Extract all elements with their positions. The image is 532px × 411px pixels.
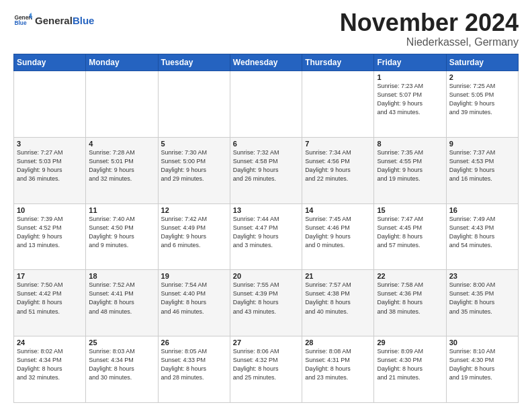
table-row: 14Sunrise: 7:45 AM Sunset: 4:46 PM Dayli… [302,203,374,270]
day-info: Sunrise: 7:57 AM Sunset: 4:38 PM Dayligh… [305,281,371,316]
day-info: Sunrise: 7:30 AM Sunset: 5:00 PM Dayligh… [161,148,227,183]
day-info: Sunrise: 7:49 AM Sunset: 4:43 PM Dayligh… [449,215,515,250]
day-number: 9 [449,140,515,148]
table-row [14,71,86,138]
day-number: 26 [161,338,227,347]
day-number: 28 [305,338,371,347]
day-number: 8 [377,140,443,148]
day-info: Sunrise: 7:42 AM Sunset: 4:49 PM Dayligh… [161,215,227,250]
day-number: 2 [449,73,515,81]
table-row: 27Sunrise: 8:06 AM Sunset: 4:32 PM Dayli… [230,336,302,403]
day-info: Sunrise: 7:55 AM Sunset: 4:39 PM Dayligh… [233,281,299,316]
table-row: 20Sunrise: 7:55 AM Sunset: 4:39 PM Dayli… [230,270,302,336]
day-number: 14 [305,206,371,214]
header-wednesday: Wednesday [230,54,302,71]
day-info: Sunrise: 8:09 AM Sunset: 4:30 PM Dayligh… [377,347,443,382]
table-row: 12Sunrise: 7:42 AM Sunset: 4:49 PM Dayli… [158,203,230,270]
header-saturday: Saturday [446,54,518,71]
day-number: 30 [449,338,515,347]
table-row: 1Sunrise: 7:23 AM Sunset: 5:07 PM Daylig… [374,71,446,138]
day-number: 12 [161,206,227,214]
table-row: 22Sunrise: 7:58 AM Sunset: 4:36 PM Dayli… [374,270,446,336]
weekday-header-row: Sunday Monday Tuesday Wednesday Thursday… [14,54,519,71]
day-info: Sunrise: 7:39 AM Sunset: 4:52 PM Dayligh… [17,215,83,250]
day-number: 21 [305,272,371,280]
table-row: 6Sunrise: 7:32 AM Sunset: 4:58 PM Daylig… [230,137,302,203]
day-info: Sunrise: 7:52 AM Sunset: 4:41 PM Dayligh… [89,281,154,316]
day-number: 10 [17,206,83,214]
svg-text:Blue: Blue [14,19,26,26]
day-info: Sunrise: 7:27 AM Sunset: 5:03 PM Dayligh… [17,148,83,183]
day-info: Sunrise: 7:35 AM Sunset: 4:55 PM Dayligh… [377,148,443,183]
table-row: 23Sunrise: 8:00 AM Sunset: 4:35 PM Dayli… [446,270,518,336]
table-row: 7Sunrise: 7:34 AM Sunset: 4:56 PM Daylig… [302,137,374,203]
table-row: 26Sunrise: 8:05 AM Sunset: 4:33 PM Dayli… [158,336,230,403]
table-row: 3Sunrise: 7:27 AM Sunset: 5:03 PM Daylig… [14,137,86,203]
day-number: 20 [233,272,299,280]
table-row: 24Sunrise: 8:02 AM Sunset: 4:34 PM Dayli… [14,336,86,403]
location-title: Niederkassel, Germany [340,36,519,48]
day-number: 3 [17,140,83,148]
day-info: Sunrise: 7:25 AM Sunset: 5:05 PM Dayligh… [449,82,515,117]
day-number: 6 [233,140,299,148]
day-info: Sunrise: 7:50 AM Sunset: 4:42 PM Dayligh… [17,281,83,316]
day-number: 16 [449,206,515,214]
table-row: 9Sunrise: 7:37 AM Sunset: 4:53 PM Daylig… [446,137,518,203]
calendar-week-3: 17Sunrise: 7:50 AM Sunset: 4:42 PM Dayli… [14,270,519,336]
day-info: Sunrise: 7:44 AM Sunset: 4:47 PM Dayligh… [233,215,299,250]
table-row [158,71,230,138]
day-info: Sunrise: 7:45 AM Sunset: 4:46 PM Dayligh… [305,215,371,250]
table-row: 28Sunrise: 8:08 AM Sunset: 4:31 PM Dayli… [302,336,374,403]
table-row: 30Sunrise: 8:10 AM Sunset: 4:30 PM Dayli… [446,336,518,403]
calendar-week-1: 3Sunrise: 7:27 AM Sunset: 5:03 PM Daylig… [14,137,519,203]
day-number: 29 [377,338,443,347]
table-row: 4Sunrise: 7:28 AM Sunset: 5:01 PM Daylig… [86,137,158,203]
day-info: Sunrise: 7:23 AM Sunset: 5:07 PM Dayligh… [377,82,443,117]
table-row: 5Sunrise: 7:30 AM Sunset: 5:00 PM Daylig… [158,137,230,203]
day-number: 17 [17,272,83,280]
day-info: Sunrise: 8:06 AM Sunset: 4:32 PM Dayligh… [233,347,299,382]
page: General Blue General Blue November 2024 … [0,0,532,411]
day-info: Sunrise: 8:03 AM Sunset: 4:34 PM Dayligh… [89,347,154,382]
day-number: 15 [377,206,443,214]
header-tuesday: Tuesday [158,54,230,71]
table-row: 11Sunrise: 7:40 AM Sunset: 4:50 PM Dayli… [86,203,158,270]
day-info: Sunrise: 7:54 AM Sunset: 4:40 PM Dayligh… [161,281,227,316]
day-info: Sunrise: 8:02 AM Sunset: 4:34 PM Dayligh… [17,347,83,382]
day-number: 13 [233,206,299,214]
logo-blue: Blue [73,15,95,26]
day-number: 1 [377,73,443,81]
table-row: 18Sunrise: 7:52 AM Sunset: 4:41 PM Dayli… [86,270,158,336]
table-row [86,71,158,138]
day-number: 7 [305,140,371,148]
header-friday: Friday [374,54,446,71]
table-row: 19Sunrise: 7:54 AM Sunset: 4:40 PM Dayli… [158,270,230,336]
day-number: 24 [17,338,83,347]
day-info: Sunrise: 7:58 AM Sunset: 4:36 PM Dayligh… [377,281,443,316]
logo-icon: General Blue [13,11,32,30]
table-row: 2Sunrise: 7:25 AM Sunset: 5:05 PM Daylig… [446,71,518,138]
header-monday: Monday [86,54,158,71]
table-row [302,71,374,138]
day-info: Sunrise: 8:05 AM Sunset: 4:33 PM Dayligh… [161,347,227,382]
table-row: 17Sunrise: 7:50 AM Sunset: 4:42 PM Dayli… [14,270,86,336]
logo: General Blue General Blue [13,11,94,30]
day-info: Sunrise: 7:47 AM Sunset: 4:45 PM Dayligh… [377,215,443,250]
day-info: Sunrise: 8:08 AM Sunset: 4:31 PM Dayligh… [305,347,371,382]
table-row: 10Sunrise: 7:39 AM Sunset: 4:52 PM Dayli… [14,203,86,270]
table-row: 21Sunrise: 7:57 AM Sunset: 4:38 PM Dayli… [302,270,374,336]
day-info: Sunrise: 8:10 AM Sunset: 4:30 PM Dayligh… [449,347,515,382]
title-block: November 2024 Niederkassel, Germany [340,11,519,48]
day-number: 18 [89,272,154,280]
day-number: 25 [89,338,154,347]
day-number: 11 [89,206,154,214]
calendar-week-4: 24Sunrise: 8:02 AM Sunset: 4:34 PM Dayli… [14,336,519,403]
calendar-table: Sunday Monday Tuesday Wednesday Thursday… [13,54,519,403]
day-number: 4 [89,140,154,148]
day-info: Sunrise: 7:28 AM Sunset: 5:01 PM Dayligh… [89,148,154,183]
calendar-week-0: 1Sunrise: 7:23 AM Sunset: 5:07 PM Daylig… [14,71,519,138]
calendar-week-2: 10Sunrise: 7:39 AM Sunset: 4:52 PM Dayli… [14,203,519,270]
table-row: 8Sunrise: 7:35 AM Sunset: 4:55 PM Daylig… [374,137,446,203]
day-info: Sunrise: 8:00 AM Sunset: 4:35 PM Dayligh… [449,281,515,316]
day-info: Sunrise: 7:40 AM Sunset: 4:50 PM Dayligh… [89,215,154,250]
